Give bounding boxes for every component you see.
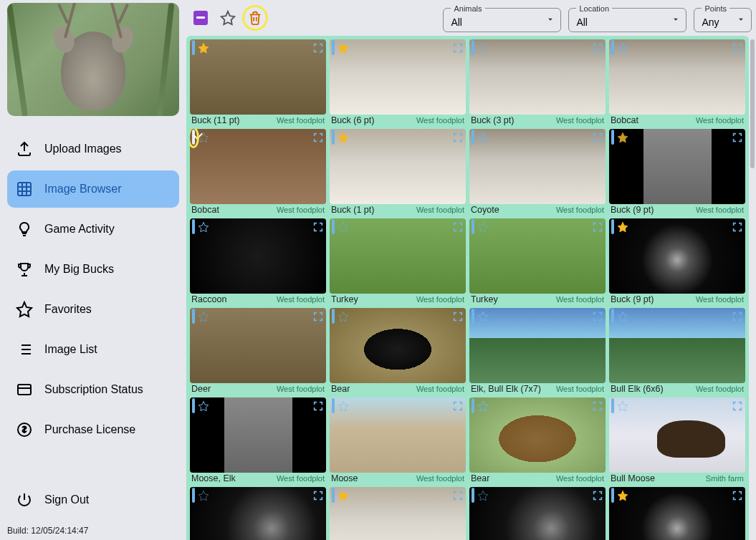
favorite-star[interactable] (617, 132, 628, 143)
thumbnail[interactable] (469, 218, 606, 294)
expand-icon[interactable] (732, 42, 743, 54)
select-checkbox[interactable] (332, 488, 335, 503)
select-checkbox[interactable] (472, 40, 474, 55)
expand-icon[interactable] (592, 490, 603, 501)
thumbnail[interactable] (469, 397, 606, 473)
favorite-star[interactable] (617, 311, 628, 322)
select-checkbox[interactable] (472, 219, 474, 234)
select-checkbox[interactable] (611, 309, 614, 324)
favorite-star[interactable] (477, 42, 489, 54)
thumbnail[interactable] (469, 129, 606, 204)
expand-icon[interactable] (592, 132, 603, 143)
favorite-star[interactable] (198, 490, 209, 501)
select-checkbox[interactable] (332, 130, 335, 145)
select-checkbox[interactable] (611, 40, 614, 55)
thumbnail[interactable] (609, 129, 745, 204)
thumbnail[interactable] (190, 308, 326, 383)
sidebar-item-activity[interactable]: Game Activity (7, 211, 179, 248)
favorite-star[interactable] (198, 221, 209, 233)
select-checkbox[interactable] (332, 309, 335, 324)
favorite-star[interactable] (617, 400, 628, 412)
expand-icon[interactable] (312, 490, 324, 501)
select-checkbox[interactable] (332, 398, 335, 413)
favorite-star[interactable] (198, 311, 209, 322)
expand-icon[interactable] (452, 132, 464, 143)
select-checkbox[interactable] (332, 40, 335, 55)
favorite-star[interactable] (198, 400, 209, 412)
select-checkbox[interactable] (192, 309, 195, 324)
favorite-star[interactable] (338, 132, 349, 143)
favorite-star[interactable] (617, 490, 628, 501)
thumbnail[interactable] (609, 39, 745, 115)
thumbnail[interactable] (609, 308, 745, 383)
favorite-star[interactable] (338, 221, 349, 233)
expand-icon[interactable] (592, 42, 603, 54)
favorite-star[interactable] (477, 400, 489, 412)
filter-points[interactable]: Points Any (694, 4, 752, 32)
select-checkbox[interactable] (192, 40, 195, 55)
select-checkbox[interactable] (611, 130, 614, 145)
thumbnail[interactable] (330, 129, 466, 204)
expand-icon[interactable] (452, 311, 464, 322)
sidebar-item-purchase[interactable]: Purchase License (7, 411, 179, 448)
thumbnail[interactable] (190, 397, 326, 473)
select-checkbox[interactable] (472, 130, 474, 145)
scrollbar-thumb[interactable] (750, 39, 755, 168)
expand-icon[interactable] (312, 311, 324, 322)
thumbnail[interactable] (469, 308, 606, 383)
expand-icon[interactable] (452, 221, 464, 233)
expand-icon[interactable] (732, 400, 743, 412)
thumbnail[interactable] (190, 487, 326, 540)
expand-icon[interactable] (312, 400, 324, 412)
select-checkbox[interactable] (611, 219, 614, 234)
expand-icon[interactable] (452, 400, 464, 412)
expand-icon[interactable] (592, 400, 603, 412)
favorite-star[interactable] (617, 221, 628, 233)
favorite-star[interactable] (198, 42, 209, 54)
expand-icon[interactable] (312, 221, 324, 233)
thumbnail[interactable] (609, 218, 745, 294)
thumbnail[interactable] (190, 218, 326, 294)
select-checkbox[interactable] (611, 398, 614, 413)
thumbnail[interactable] (190, 39, 326, 115)
select-checkbox[interactable] (192, 488, 195, 503)
sidebar-item-browser[interactable]: Image Browser (7, 170, 179, 208)
sidebar-item-subscription[interactable]: Subscription Status (7, 371, 179, 408)
favorite-star[interactable] (477, 490, 489, 501)
expand-icon[interactable] (312, 132, 324, 143)
favorite-star[interactable] (477, 311, 489, 322)
select-checkbox[interactable] (472, 488, 474, 503)
thumbnail[interactable] (330, 39, 466, 115)
grid-scroll[interactable]: Buck (11 pt)West foodplotBuck (6 pt)West… (186, 36, 756, 540)
expand-icon[interactable] (732, 132, 743, 143)
thumbnail[interactable] (330, 397, 466, 473)
thumbnail[interactable] (330, 487, 466, 540)
sidebar-item-favorites[interactable]: Favorites (7, 291, 179, 328)
filter-location[interactable]: Location All (568, 4, 686, 32)
select-checkbox[interactable] (192, 219, 195, 234)
favorite-star[interactable] (338, 400, 349, 412)
sidebar-item-bigbucks[interactable]: My Big Bucks (7, 251, 179, 288)
expand-icon[interactable] (592, 311, 603, 322)
select-checkbox[interactable] (611, 488, 614, 503)
select-all-toggle[interactable] (191, 8, 211, 28)
expand-icon[interactable] (592, 221, 603, 233)
thumbnail[interactable] (330, 308, 466, 383)
thumbnail[interactable] (330, 218, 466, 294)
favorite-star[interactable] (477, 132, 489, 143)
filter-animals[interactable]: Animals All (443, 4, 561, 32)
select-checkbox[interactable] (192, 398, 195, 413)
sidebar-item-signout[interactable]: Sign Out (7, 481, 179, 519)
thumbnail[interactable] (469, 39, 606, 115)
select-checkbox[interactable] (192, 130, 195, 145)
sidebar-item-upload[interactable]: Upload Images (7, 130, 179, 168)
expand-icon[interactable] (312, 42, 324, 54)
expand-icon[interactable] (732, 221, 743, 233)
delete-selected-button[interactable] (245, 8, 265, 28)
expand-icon[interactable] (732, 490, 743, 501)
favorite-star[interactable] (338, 311, 349, 322)
thumbnail[interactable] (469, 487, 606, 540)
favorite-star[interactable] (338, 42, 349, 54)
thumbnail[interactable] (609, 397, 745, 473)
favorite-star[interactable] (617, 42, 628, 54)
